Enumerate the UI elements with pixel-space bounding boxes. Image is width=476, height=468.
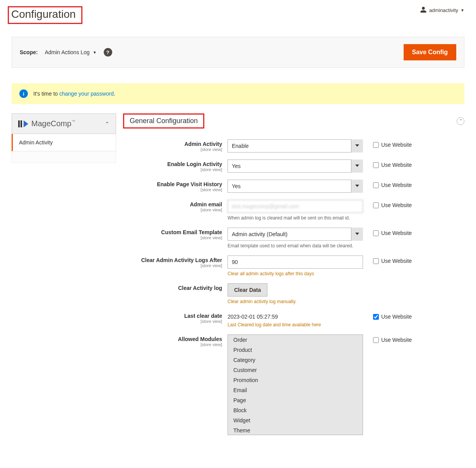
label-allowed-modules: Allowed Modules bbox=[178, 336, 222, 342]
notice-banner: i It's time to change your password. bbox=[12, 83, 464, 104]
label-admin-activity: Admin Activity bbox=[185, 141, 223, 147]
input-admin-email[interactable] bbox=[228, 200, 363, 213]
label-last-clear: Last clear date bbox=[184, 313, 222, 319]
checkbox-use-website-enable-visit[interactable] bbox=[373, 182, 379, 188]
value-last-clear: 2023-02-01 05:27:59 bbox=[228, 311, 363, 320]
config-form: Admin Activity [store view] Enable Use W… bbox=[123, 139, 464, 435]
hint-email-template: Email template used to send email when d… bbox=[228, 243, 363, 249]
use-website-label: Use Website bbox=[381, 182, 412, 188]
help-icon[interactable]: ? bbox=[104, 48, 112, 57]
module-option[interactable]: Block bbox=[228, 405, 363, 415]
info-icon: i bbox=[19, 89, 28, 98]
module-option[interactable]: Page bbox=[228, 395, 363, 405]
module-option[interactable]: Category bbox=[228, 355, 363, 365]
scope-hint: [store view] bbox=[123, 187, 222, 192]
module-option[interactable]: Order bbox=[228, 335, 363, 345]
scope-hint: [store view] bbox=[123, 235, 222, 240]
select-admin-activity[interactable]: Enable bbox=[228, 139, 363, 153]
module-option[interactable]: Widget bbox=[228, 415, 363, 425]
use-website-label: Use Website bbox=[381, 162, 412, 168]
label-clear-log: Clear Activity log bbox=[178, 285, 222, 291]
module-option[interactable]: Theme bbox=[228, 425, 363, 435]
use-website-label: Use Website bbox=[381, 337, 412, 343]
scope-hint: [store view] bbox=[123, 167, 222, 172]
module-option[interactable]: Email bbox=[228, 385, 363, 395]
checkbox-use-website-clear-after[interactable] bbox=[373, 258, 379, 264]
scope-hint: [store view] bbox=[123, 342, 222, 347]
module-option[interactable]: Customer bbox=[228, 365, 363, 375]
use-website-label: Use Website bbox=[381, 230, 412, 236]
chevron-up-icon: ⌃ bbox=[105, 121, 110, 127]
section-title-highlight: General Configuration bbox=[123, 113, 204, 129]
caret-down-icon: ▼ bbox=[461, 8, 464, 12]
change-password-link[interactable]: change your password bbox=[59, 91, 114, 97]
sidebar-section-magecomp[interactable]: MageComp™ ⌃ bbox=[12, 113, 116, 134]
label-enable-visit: Enable Page Visit History bbox=[157, 181, 222, 187]
checkbox-use-website-allowed-modules[interactable] bbox=[373, 337, 379, 343]
use-website-label: Use Website bbox=[381, 258, 412, 264]
use-website-label: Use Website bbox=[381, 142, 412, 148]
input-clear-after[interactable] bbox=[228, 255, 363, 269]
page-title: Configuration bbox=[11, 8, 76, 21]
user-label: adminactivity bbox=[429, 7, 458, 13]
collapse-section-icon[interactable]: ⌃ bbox=[457, 117, 464, 125]
page-title-highlight: Configuration bbox=[8, 6, 82, 24]
scope-hint: [store view] bbox=[123, 207, 222, 212]
notice-text: It's time to change your password. bbox=[33, 91, 115, 97]
section-title: General Configuration bbox=[130, 117, 198, 125]
label-enable-login: Enable Login Activity bbox=[167, 161, 222, 167]
use-website-label: Use Website bbox=[381, 314, 412, 320]
save-config-button[interactable]: Save Config bbox=[404, 44, 456, 60]
module-option[interactable]: Product bbox=[228, 345, 363, 355]
magecomp-logo-icon bbox=[18, 120, 28, 127]
scope-switcher[interactable]: Admin Actions Log ▼ bbox=[45, 49, 97, 55]
scope-label: Scope: bbox=[20, 49, 38, 55]
scope-value: Admin Actions Log bbox=[45, 49, 90, 55]
checkbox-use-website-last-clear[interactable] bbox=[373, 314, 379, 320]
sidebar-brand: MageComp™ bbox=[31, 119, 75, 128]
scope-hint: [store view] bbox=[123, 147, 222, 152]
config-sidebar: MageComp™ ⌃ Admin Activity bbox=[12, 113, 116, 163]
label-email-template: Custom Email Template bbox=[161, 229, 222, 235]
sidebar-spacer bbox=[12, 151, 116, 163]
select-email-template[interactable]: Admin activity (Default) bbox=[228, 228, 363, 241]
checkbox-use-website-admin-email[interactable] bbox=[373, 202, 379, 208]
scope-hint: [store view] bbox=[123, 319, 222, 324]
hint-last-clear: Last Cleared log date and time available… bbox=[228, 322, 363, 327]
hint-clear-log: Clear admin activity log manually. bbox=[228, 299, 363, 304]
label-clear-after: Clear Admin Activity Logs After bbox=[141, 257, 222, 263]
user-icon bbox=[420, 6, 427, 14]
caret-down-icon: ▼ bbox=[93, 50, 97, 55]
select-enable-visit[interactable]: Yes bbox=[228, 180, 363, 193]
module-option[interactable]: Promotion bbox=[228, 375, 363, 385]
select-enable-login[interactable]: Yes bbox=[228, 159, 363, 173]
multiselect-allowed-modules[interactable]: Order Product Category Customer Promotio… bbox=[228, 334, 363, 435]
checkbox-use-website-email-template[interactable] bbox=[373, 230, 379, 236]
hint-admin-email: When admin log is cleared mail will be s… bbox=[228, 215, 363, 221]
checkbox-use-website-enable-login[interactable] bbox=[373, 162, 379, 168]
checkbox-use-website-admin-activity[interactable] bbox=[373, 142, 379, 148]
label-admin-email: Admin email bbox=[190, 201, 222, 207]
clear-data-button[interactable]: Clear Data bbox=[228, 283, 267, 297]
toolbar: Scope: Admin Actions Log ▼ ? Save Config bbox=[12, 37, 464, 68]
hint-clear-after: Clear all admin activity logs after this… bbox=[228, 271, 363, 276]
sidebar-item-admin-activity[interactable]: Admin Activity bbox=[12, 134, 116, 151]
scope-hint: [store view] bbox=[123, 263, 222, 268]
use-website-label: Use Website bbox=[381, 202, 412, 208]
user-menu[interactable]: adminactivity ▼ bbox=[420, 6, 464, 14]
